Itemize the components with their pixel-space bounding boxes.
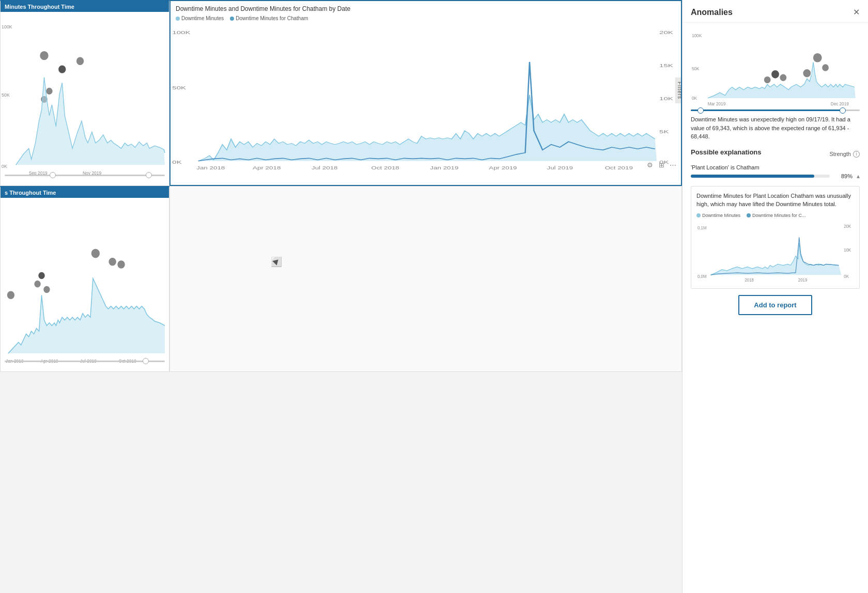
- top-left-chart-svg: 100K 50K 0K Sep 2019: [1, 12, 169, 181]
- bottom-left-chart: s Throughout Time Ja: [0, 186, 169, 372]
- svg-text:Dec 2019: Dec 2019: [831, 101, 849, 106]
- bottom-left-chart-svg: Jan 2019 Apr 2019 Jul 2019 Oct 2019: [1, 198, 169, 367]
- svg-point-53: [803, 69, 811, 77]
- anomaly-chart-svg: 100K 50K 0K Mar 2019 Dec 2019: [691, 29, 860, 106]
- top-left-slider-thumb-right[interactable]: [146, 172, 152, 178]
- detail-chart-svg: 0.1M 0.0M 20K 10K 0K 2018 2019: [696, 221, 854, 283]
- filters-tab[interactable]: Filters: [675, 77, 682, 103]
- main-chart-panel: Downtime Minutes and Downtime Minutes fo…: [169, 0, 682, 186]
- explanation-pct: 89%: [834, 173, 853, 179]
- explanation-label-1: 'Plant Location' is Chatham: [691, 164, 860, 170]
- svg-point-54: [813, 53, 822, 63]
- explanation-detail-box: Downtime Minutes for Plant Location Chat…: [691, 186, 860, 289]
- top-left-slider-thumb-left[interactable]: [50, 172, 56, 178]
- svg-point-4: [40, 51, 49, 60]
- main-chart-svg: 100K 50K 0K 20K 15K 10K 5K 0K: [171, 23, 681, 172]
- more-icon[interactable]: ⋯: [669, 161, 677, 169]
- add-to-report-button[interactable]: Add to report: [738, 295, 812, 315]
- svg-point-35: [91, 248, 100, 258]
- chevron-up-icon[interactable]: ▴: [857, 173, 860, 180]
- svg-text:Jul 2019: Jul 2019: [547, 165, 573, 170]
- detail-legend-item-1: Downtime Minutes: [696, 213, 740, 218]
- svg-text:Oct 2018: Oct 2018: [371, 165, 399, 170]
- panel-slider[interactable]: [691, 110, 860, 111]
- possible-explanations-title: Possible explanations: [691, 148, 762, 156]
- svg-text:0.1M: 0.1M: [698, 225, 707, 230]
- bottom-left-slider[interactable]: [5, 357, 165, 365]
- legend-dot-1: [176, 17, 180, 21]
- cursor-arrow: [272, 257, 281, 266]
- panel-slider-track: [691, 110, 860, 111]
- svg-point-8: [45, 87, 53, 95]
- detail-legend-dot-2: [747, 213, 751, 217]
- top-left-slider-track: [5, 175, 165, 176]
- svg-point-31: [7, 291, 15, 300]
- detail-legend: Downtime Minutes Downtime Minutes for C.…: [696, 213, 854, 218]
- svg-text:Jul 2018: Jul 2018: [312, 165, 338, 170]
- svg-text:Jan 2018: Jan 2018: [196, 165, 225, 170]
- svg-text:0K: 0K: [844, 274, 849, 278]
- svg-point-33: [38, 272, 45, 279]
- svg-point-6: [76, 57, 84, 66]
- svg-text:Apr 2019: Apr 2019: [489, 165, 517, 170]
- close-button[interactable]: ✕: [853, 7, 860, 17]
- legend-label-2: Downtime Minutes for Chatham: [236, 15, 308, 21]
- svg-point-34: [43, 286, 50, 293]
- strength-info-icon[interactable]: i: [853, 151, 860, 158]
- mouse-cursor: ⬜: [271, 256, 282, 268]
- svg-text:20K: 20K: [844, 224, 851, 228]
- detail-chart: 0.1M 0.0M 20K 10K 0K 2018 2019: [696, 221, 854, 283]
- bottom-left-title: s Throughout Time: [1, 188, 169, 198]
- anomalies-panel: Anomalies ✕ 100K 50K 0K Mar 2019 Dec 201…: [682, 0, 868, 593]
- svg-text:0K: 0K: [2, 163, 8, 168]
- main-chart-title: Downtime Minutes and Downtime Minutes fo…: [171, 1, 681, 14]
- top-left-chart: Minutes Throughout Time 100K 50K 0K: [0, 0, 169, 186]
- panel-slider-fill: [691, 110, 843, 111]
- svg-text:5K: 5K: [659, 129, 669, 135]
- svg-text:0K: 0K: [172, 160, 182, 165]
- panel-title: Anomalies: [691, 8, 733, 17]
- svg-text:20K: 20K: [659, 30, 673, 36]
- detail-legend-label-1: Downtime Minutes: [702, 213, 740, 218]
- svg-point-5: [58, 65, 66, 74]
- explanation-bar-fill: [691, 175, 814, 178]
- svg-text:10K: 10K: [844, 248, 851, 253]
- svg-text:0.0M: 0.0M: [698, 274, 707, 278]
- explanation-bar-bg: [691, 175, 830, 178]
- strength-label: Strength i: [829, 151, 860, 158]
- svg-text:0K: 0K: [692, 96, 697, 101]
- panel-header: Anomalies ✕: [683, 0, 868, 23]
- svg-point-55: [822, 64, 829, 72]
- svg-text:2019: 2019: [798, 277, 808, 282]
- svg-text:50K: 50K: [2, 92, 10, 98]
- svg-point-32: [34, 280, 41, 288]
- main-chart-legend: Downtime Minutes Downtime Minutes for Ch…: [171, 14, 681, 23]
- svg-point-52: [780, 74, 787, 82]
- svg-text:100K: 100K: [172, 30, 191, 36]
- bottom-left-slider-thumb[interactable]: [143, 358, 149, 364]
- svg-text:2018: 2018: [745, 277, 754, 282]
- svg-text:50K: 50K: [692, 66, 700, 71]
- explanations-header: Possible explanations Strength i: [691, 148, 860, 160]
- legend-dot-2: [230, 17, 234, 21]
- legend-item-2: Downtime Minutes for Chatham: [230, 15, 308, 21]
- anomaly-overview-chart: 100K 50K 0K Mar 2019 Dec 2019: [691, 29, 860, 106]
- panel-slider-thumb-left[interactable]: [698, 107, 704, 114]
- expand-icon[interactable]: ⊞: [657, 161, 665, 169]
- main-chart-toolbar: ⚙ ⊞ ⋯: [646, 161, 677, 169]
- top-left-slider[interactable]: [5, 171, 165, 179]
- top-left-title: Minutes Throughout Time: [1, 2, 169, 12]
- svg-text:10K: 10K: [659, 96, 673, 102]
- explanation-bar-row: 89% ▴: [691, 173, 860, 180]
- legend-label-1: Downtime Minutes: [181, 15, 224, 21]
- filter-icon[interactable]: ⚙: [646, 161, 654, 169]
- bottom-right-panel: ⬜: [169, 186, 682, 372]
- svg-point-50: [764, 76, 771, 84]
- panel-slider-thumb-right[interactable]: [840, 107, 846, 114]
- svg-point-36: [109, 257, 117, 266]
- main-area: Minutes Throughout Time 100K 50K 0K: [0, 0, 682, 593]
- explanation-item-1: 'Plant Location' is Chatham 89% ▴: [691, 164, 860, 180]
- svg-text:Apr 2018: Apr 2018: [253, 165, 281, 170]
- explanation-detail-text: Downtime Minutes for Plant Location Chat…: [696, 192, 854, 209]
- charts-grid: Minutes Throughout Time 100K 50K 0K: [0, 0, 682, 593]
